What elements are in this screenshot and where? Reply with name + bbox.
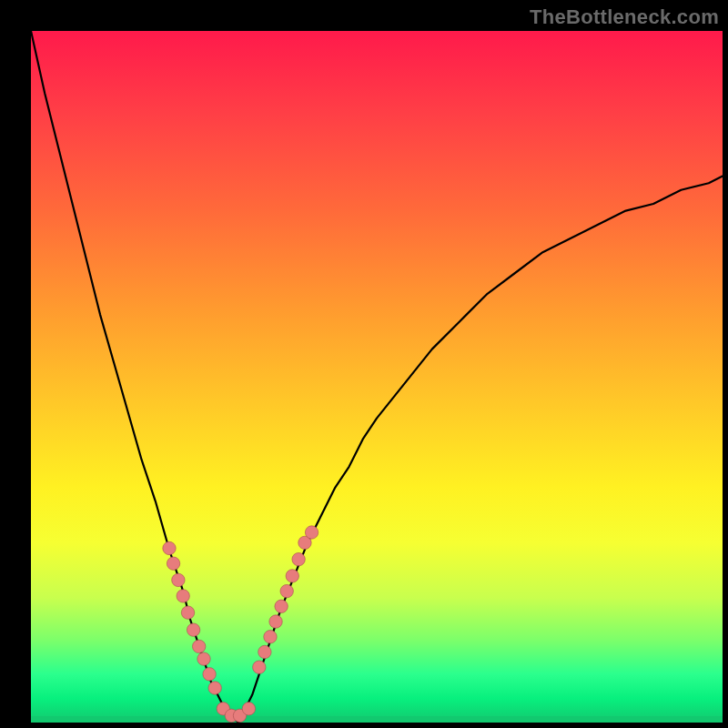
data-dot [192, 640, 205, 652]
data-dot [269, 615, 282, 628]
bottom-green-strip [31, 716, 723, 723]
data-dot [197, 652, 210, 665]
data-dot [177, 590, 189, 602]
data-dot [280, 584, 293, 597]
data-dot [286, 570, 298, 582]
data-dot [167, 557, 179, 570]
data-dot [275, 600, 288, 612]
data-dot [181, 606, 194, 619]
data-dot [163, 541, 176, 554]
chart-stage: TheBottleneck.com [0, 0, 728, 728]
data-dot [203, 668, 216, 681]
plot-area [31, 31, 723, 723]
curve-path [31, 31, 723, 723]
data-dot [264, 631, 277, 643]
data-dot [292, 552, 305, 565]
data-dot [258, 645, 271, 658]
bottleneck-curve [31, 31, 723, 723]
green-band [31, 716, 723, 723]
data-dot [172, 573, 185, 586]
watermark-text: TheBottleneck.com [530, 5, 719, 29]
data-dot [187, 623, 199, 636]
data-dot [242, 703, 255, 715]
chart-svg [31, 31, 723, 723]
data-dots [163, 526, 318, 723]
data-dot [208, 682, 221, 694]
data-dot [253, 661, 266, 673]
data-dot [305, 526, 318, 539]
